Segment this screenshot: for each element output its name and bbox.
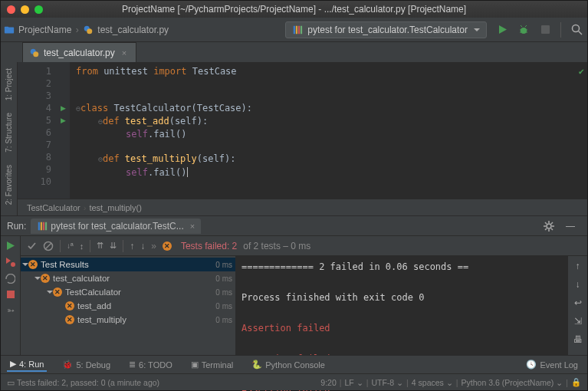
output-line: ============= 2 failed in 0.06 seconds =… <box>241 259 561 274</box>
rerun-failed-button[interactable] <box>5 257 16 268</box>
window-title: ProjectName [~/PycharmProjects/ProjectNa… <box>122 4 466 15</box>
output-line: Process finished with exit code 0 <box>241 290 561 305</box>
scroll-down-button[interactable]: ↓ <box>576 279 580 290</box>
svg-point-9 <box>521 28 527 34</box>
search-button[interactable] <box>567 21 586 39</box>
breadcrumb-file[interactable]: test_calculator.py <box>80 18 172 41</box>
svg-rect-21 <box>43 222 44 230</box>
run-toolwindow: ➳ ↓ª ↕ ⇈ ⇊ ↑ ↓ » Tests failed: 2 of 2 te… <box>1 235 587 355</box>
breadcrumb-label: test_calculator.py <box>97 25 169 35</box>
blocked-icon <box>43 241 54 251</box>
event-log[interactable]: 🕓 Event Log <box>523 358 581 371</box>
svg-rect-20 <box>41 222 42 230</box>
debug-button[interactable] <box>514 21 533 39</box>
stop-run-button[interactable] <box>6 290 15 299</box>
function-breadcrumb[interactable]: TestCalculator › test_multiply() <box>18 199 587 215</box>
bottom-terminal[interactable]: ▣ Terminal <box>188 358 237 371</box>
print-button[interactable]: 🖶 <box>573 334 583 345</box>
svg-line-12 <box>521 25 522 27</box>
titlebar: ProjectName [~/PycharmProjects/ProjectNa… <box>1 1 587 18</box>
structure-tool-button[interactable]: 7: Structure <box>5 107 13 159</box>
search-icon <box>571 24 583 35</box>
softwrap-button[interactable]: ↩ <box>574 297 582 308</box>
tree-item[interactable]: test_multiply0 ms <box>21 313 235 327</box>
bottom-python-console[interactable]: 🐍 Python Console <box>248 358 328 371</box>
editor-tabs: test_calculator.py × <box>1 42 587 62</box>
interpreter-info[interactable]: Python 3.6 (ProjectName) ⌄ <box>462 378 563 387</box>
run-tab-label: pytest for test_calculator.TestC... <box>51 221 183 232</box>
svg-rect-35 <box>7 291 15 298</box>
next-failed-button[interactable]: ↓ <box>140 241 145 251</box>
toggle-test-button[interactable] <box>5 274 15 284</box>
caret-position[interactable]: 9:20 <box>320 378 336 387</box>
pin-button[interactable]: ➳ <box>7 305 15 316</box>
svg-line-29 <box>551 228 553 230</box>
run-button[interactable] <box>493 21 511 39</box>
tree-item[interactable]: test_add0 ms <box>21 299 235 313</box>
test-output[interactable]: ============= 2 failed in 0.06 seconds =… <box>235 256 567 355</box>
output-right-icons: ↑ ↓ ↩ ⇲ 🖶 <box>567 256 587 355</box>
run-config-tab[interactable]: pytest for test_calculator.TestC... × <box>31 219 201 234</box>
read-lock-icon[interactable]: 🔒 <box>571 377 581 387</box>
svg-rect-1 <box>5 26 8 28</box>
prev-failed-button[interactable]: ↑ <box>130 241 134 251</box>
collapse-all-button[interactable]: ⇈ <box>97 241 103 251</box>
svg-rect-14 <box>541 25 550 34</box>
status-message: Tests failed: 2, passed: 0 (a minute ago… <box>17 378 159 387</box>
svg-point-34 <box>11 262 15 267</box>
bottom-run[interactable]: ▶ 4: Run <box>7 357 47 372</box>
svg-line-16 <box>578 31 582 35</box>
toggle-icon <box>5 274 15 284</box>
python-file-icon <box>29 48 40 58</box>
minimize-window-button[interactable] <box>21 5 29 14</box>
svg-rect-6 <box>298 25 300 34</box>
line-gutter[interactable]: 123 456 789 10 <box>18 62 56 199</box>
editor[interactable]: 123 456 789 10 ▶▶ ✔ from unittest import… <box>18 62 587 215</box>
maximize-window-button[interactable] <box>34 5 43 14</box>
play-icon <box>5 241 15 251</box>
rerun-failed-icon <box>5 257 16 268</box>
tree-item[interactable]: TestCalculator0 ms <box>21 285 235 299</box>
sort-button[interactable]: ↓ª <box>67 242 74 250</box>
tree-root[interactable]: Test Results0 ms <box>21 258 235 271</box>
run-config-dropdown[interactable]: pytest for test_calculator.TestCalculato… <box>285 21 487 38</box>
expand-all-button[interactable]: ⇊ <box>110 241 117 251</box>
editor-tab[interactable]: test_calculator.py × <box>22 42 136 62</box>
run-settings-button[interactable] <box>540 217 558 235</box>
expand-button[interactable]: ↕ <box>80 242 84 251</box>
navigation-toolbar: ProjectName test_calculator.py pytest fo… <box>1 18 587 42</box>
breadcrumb-label: ProjectName <box>18 25 71 35</box>
close-tab-icon[interactable]: × <box>122 48 126 58</box>
indent-info[interactable]: 4 spaces ⌄ <box>412 378 453 387</box>
hide-toolwindow-button[interactable]: — <box>561 217 580 235</box>
close-run-tab-icon[interactable]: × <box>190 222 195 231</box>
encoding[interactable]: UTF-8 ⌄ <box>371 378 403 387</box>
editor-content[interactable]: ✔ from unittest import TestCase ⊖class T… <box>70 62 587 199</box>
run-toolwindow-header: Run: pytest for test_calculator.TestC...… <box>1 215 587 235</box>
close-window-button[interactable] <box>7 5 15 14</box>
line-separator[interactable]: LF ⌄ <box>345 378 363 387</box>
favorites-tool-button[interactable]: 2: Favorites <box>5 159 13 211</box>
gutter-marks[interactable]: ▶▶ <box>56 62 70 199</box>
play-icon <box>498 25 508 34</box>
breadcrumb-project[interactable]: ProjectName <box>1 18 74 41</box>
rerun-button[interactable] <box>5 241 15 251</box>
project-tool-button[interactable]: 1: Project <box>5 62 13 107</box>
scroll-up-button[interactable]: ↑ <box>576 261 580 271</box>
show-ignored-button[interactable] <box>43 241 54 251</box>
svg-line-30 <box>551 222 553 224</box>
stop-icon <box>6 290 15 299</box>
bottom-todo[interactable]: ≣ 6: TODO <box>126 358 176 371</box>
bottom-debug[interactable]: 🐞 5: Debug <box>59 358 113 371</box>
tree-item[interactable]: test_calculator0 ms <box>21 271 235 285</box>
coverage-button[interactable] <box>536 21 554 39</box>
svg-rect-5 <box>296 25 297 34</box>
gear-icon <box>544 221 554 232</box>
stop-icon <box>540 25 550 34</box>
bottom-toolwindow-bar: ▶ 4: Run 🐞 5: Debug ≣ 6: TODO ▣ Terminal… <box>1 355 587 373</box>
scroll-to-end-button[interactable]: ⇲ <box>574 316 582 327</box>
show-passed-button[interactable] <box>27 241 37 251</box>
assertion-failed-line: Assertion failed <box>241 320 561 336</box>
test-tree[interactable]: Test Results0 ms test_calculator0 ms Tes… <box>21 256 235 355</box>
summary-total: of 2 tests – 0 ms <box>243 241 310 251</box>
